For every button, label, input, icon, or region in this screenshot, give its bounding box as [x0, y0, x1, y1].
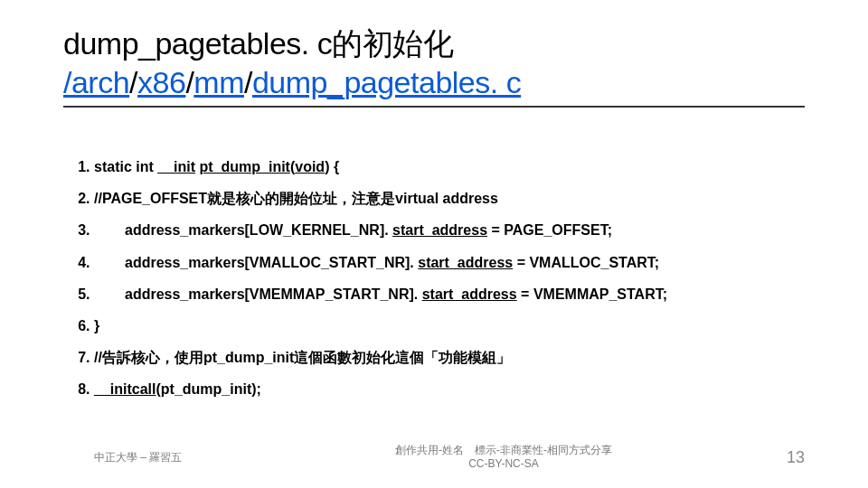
code-line-1: static int __init pt_dump_init(void) {	[94, 158, 805, 175]
code-text: = PAGE_OFFSET;	[487, 222, 612, 238]
code-text: address_markers[VMALLOC_START_NR].	[125, 255, 418, 270]
code-line-8: __initcall(pt_dump_init);	[94, 380, 805, 398]
title-path: /arch/x86/mm/dump_pagetables. c	[63, 65, 805, 100]
slide: dump_pagetables. c的初始化 /arch/x86/mm/dump…	[0, 0, 868, 488]
footer-license: 創作共用-姓名 標示-非商業性-相同方式分享 CC-BY-NC-SA	[239, 444, 769, 472]
code-line-5: address_markers[VMEMMAP_START_NR]. start…	[94, 286, 805, 303]
code-text: __init	[157, 159, 195, 174]
code-text: __initcall	[94, 381, 156, 397]
footer-author: 中正大學 – 羅習五	[94, 450, 239, 465]
code-text: start_address	[422, 286, 517, 302]
code-indent: address_markers[VMALLOC_START_NR]. start…	[94, 254, 659, 271]
title-block: dump_pagetables. c的初始化 /arch/x86/mm/dump…	[63, 23, 805, 108]
path-mm-link[interactable]: mm	[193, 65, 244, 99]
footer: 中正大學 – 羅習五 創作共用-姓名 標示-非商業性-相同方式分享 CC-BY-…	[0, 444, 868, 472]
code-text: address_markers[LOW_KERNEL_NR].	[125, 222, 392, 238]
path-arch-link[interactable]: /arch	[63, 65, 129, 99]
code-text: pt_dump_init	[199, 159, 289, 174]
code-line-3: address_markers[LOW_KERNEL_NR]. start_ad…	[94, 221, 805, 239]
footer-license-line1: 創作共用-姓名 標示-非商業性-相同方式分享	[239, 444, 769, 458]
code-text: static int	[94, 159, 157, 174]
code-line-4: address_markers[VMALLOC_START_NR]. start…	[94, 254, 805, 271]
code-indent: address_markers[VMEMMAP_START_NR]. start…	[94, 286, 667, 303]
code-text: = VMEMMAP_START;	[517, 286, 667, 302]
footer-license-line2: CC-BY-NC-SA	[239, 457, 769, 472]
path-sep: /	[244, 65, 252, 99]
code-text: ) {	[325, 159, 339, 174]
path-sep: /	[129, 65, 137, 99]
path-file-link[interactable]: dump_pagetables. c	[252, 65, 521, 99]
code-list: static int __init pt_dump_init(void) { /…	[63, 158, 805, 399]
code-text: start_address	[392, 222, 487, 238]
code-text: address_markers[VMEMMAP_START_NR].	[125, 286, 422, 302]
code-line-2: //PAGE_OFFSET就是核心的開始位址，注意是virtual addres…	[94, 190, 805, 207]
code-line-7: //告訴核心，使用pt_dump_init這個函數初始化這個「功能模組」	[94, 349, 805, 366]
code-text: = VMALLOC_START;	[513, 255, 659, 270]
code-text: (pt_dump_init);	[156, 381, 260, 397]
page-number: 13	[769, 448, 805, 467]
code-text: start_address	[418, 255, 513, 270]
code-text: void	[295, 159, 325, 174]
code-line-6: }	[94, 317, 805, 334]
path-sep: /	[185, 65, 193, 99]
code-indent: address_markers[LOW_KERNEL_NR]. start_ad…	[94, 221, 612, 239]
path-x86-link[interactable]: x86	[137, 65, 185, 99]
title-line1: dump_pagetables. c的初始化	[63, 23, 805, 65]
